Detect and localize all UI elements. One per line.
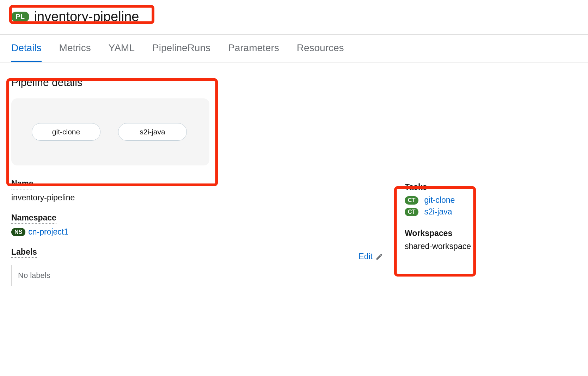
task-connector: [100, 132, 118, 132]
task-link-s2i-java[interactable]: s2i-java: [424, 207, 452, 217]
details-heading: Pipeline details: [11, 77, 383, 89]
tab-details[interactable]: Details: [11, 35, 42, 62]
labels-label: Labels: [11, 247, 37, 258]
labels-edit-text: Edit: [359, 252, 373, 261]
tab-parameters[interactable]: Parameters: [228, 35, 279, 62]
labels-edit-link[interactable]: Edit: [359, 252, 383, 261]
tasks-section: Tasks CT git-clone CT s2i-java: [405, 182, 471, 217]
left-column: Pipeline details git-clone s2i-java Name…: [11, 77, 383, 297]
clustertask-badge-icon: CT: [405, 196, 418, 205]
task-link-git-clone[interactable]: git-clone: [424, 195, 455, 205]
tab-bar: Details Metrics YAML PipelineRuns Parame…: [0, 34, 588, 62]
page-header: PL inventory-pipeline: [0, 0, 588, 34]
field-namespace: Namespace NS cn-project1: [11, 213, 383, 237]
labels-box[interactable]: No labels: [11, 265, 383, 286]
clustertask-badge-icon: CT: [405, 208, 418, 216]
tab-resources[interactable]: Resources: [297, 35, 344, 62]
task-row-git-clone: CT git-clone: [405, 195, 471, 205]
tab-metrics[interactable]: Metrics: [59, 35, 91, 62]
tasks-heading: Tasks: [405, 182, 471, 192]
task-row-s2i-java: CT s2i-java: [405, 207, 471, 217]
main-content: Pipeline details git-clone s2i-java Name…: [0, 62, 588, 297]
pipeline-badge: PL: [11, 12, 29, 22]
pencil-icon: [375, 253, 383, 261]
right-column: Tasks CT git-clone CT s2i-java Workspace…: [405, 77, 577, 297]
tab-yaml[interactable]: YAML: [109, 35, 135, 62]
task-node-git-clone[interactable]: git-clone: [32, 123, 100, 141]
name-value: inventory-pipeline: [11, 193, 383, 202]
fields: Name inventory-pipeline Namespace NS cn-…: [11, 179, 383, 286]
namespace-badge: NS: [11, 228, 25, 236]
task-chain: git-clone s2i-java: [32, 123, 189, 141]
tab-pipelineruns[interactable]: PipelineRuns: [152, 35, 210, 62]
pipeline-diagram: git-clone s2i-java: [11, 98, 209, 165]
namespace-label: Namespace: [11, 213, 56, 224]
name-label: Name: [11, 179, 33, 189]
task-node-s2i-java[interactable]: s2i-java: [118, 123, 187, 141]
field-name: Name inventory-pipeline: [11, 179, 383, 202]
workspaces-section: Workspaces shared-workspace: [405, 229, 471, 251]
workspace-value: shared-workspace: [405, 242, 471, 251]
namespace-link[interactable]: cn-project1: [28, 227, 68, 237]
field-labels: Labels Edit No labels: [11, 247, 383, 286]
page-title: inventory-pipeline: [34, 9, 139, 24]
workspaces-heading: Workspaces: [405, 229, 471, 238]
